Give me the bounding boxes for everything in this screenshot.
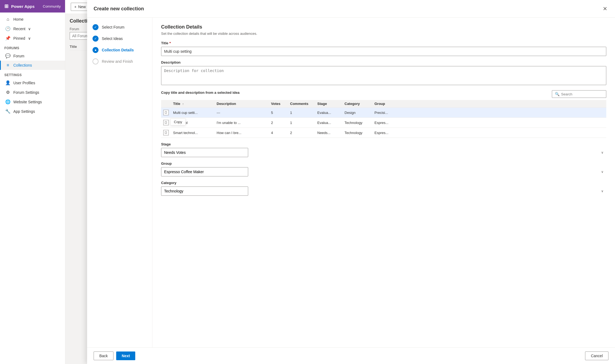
description-label-text: Description [161,60,181,64]
stage-label: Stage [161,142,606,146]
footer-left-buttons: Back Next [94,351,135,360]
community-label: Community [43,4,61,8]
row3-category: Technology [345,131,374,135]
row3-copy-icon[interactable]: 🗋 [163,130,173,135]
step-select-ideas-label: Select Ideas [102,36,123,41]
row1-category: Design [345,111,374,115]
group-dropdown[interactable]: Espresso Coffee Maker Precision Brewer [161,167,248,176]
row3-votes: 4 [271,131,290,135]
step-collection-details: ● Collection Details [93,47,147,53]
settings-section-label: Settings [0,70,65,78]
title-input[interactable] [161,47,606,56]
row3-description: How can I bre... [217,131,271,135]
step-select-ideas: ✓ Select Ideas [93,36,147,42]
header-col-group: Group [374,102,402,106]
table-row: 🗋 Smart technol... How can I bre... 4 2 … [161,128,606,138]
sidebar-item-app-settings[interactable]: 🔧 App Settings [0,107,65,116]
sidebar-item-pinned[interactable]: 📌 Pinned ∨ [0,33,65,43]
header-col-comments: Comments [290,102,317,106]
app-settings-icon: 🔧 [5,109,11,114]
wizard-steps: ✓ Select Forum ✓ Select Ideas ● Collecti… [87,18,152,347]
group-group: Group Espresso Coffee Maker Precision Br… [161,161,606,176]
step-select-forum-circle: ✓ [93,24,99,30]
step-select-forum: ✓ Select Forum [93,24,147,30]
row2-stage: Evalua... [317,121,345,125]
sidebar-nav: ⌂ Home 🕐 Recent ∨ 📌 Pinned ∨ Forums 💬 Fo… [0,13,65,364]
dialog-body: ✓ Select Forum ✓ Select Ideas ● Collecti… [87,18,615,347]
sidebar-item-collections[interactable]: ≡ Collections [0,61,65,70]
row1-comments: 1 [290,111,317,115]
description-field-label: Description [161,60,606,64]
sidebar-item-recent[interactable]: 🕐 Recent ∨ [0,24,65,33]
search-box[interactable]: 🔍 [552,90,606,98]
new-button[interactable]: + New [71,3,89,11]
row1-stage: Evalua... [317,111,345,115]
row3-group: Espres... [374,131,402,135]
forum-icon: 💬 [5,53,11,58]
group-dropdown-arrow-icon: ∨ [601,170,604,174]
sidebar-item-home-label: Home [13,17,23,21]
forum-settings-icon: ⚙ [5,90,11,95]
category-dropdown[interactable]: Technology Design Hardware [161,186,248,196]
sidebar-item-forum[interactable]: 💬 Forum [0,51,65,61]
category-dropdown-arrow-icon: ∨ [601,189,604,193]
table-header-row: Title ↑ Description Votes Comments Stage… [161,100,606,108]
description-textarea[interactable] [161,66,606,85]
group-dropdown-wrapper: Espresso Coffee Maker Precision Brewer ∨ [161,167,606,176]
header-col-votes: Votes [271,102,290,106]
sidebar-item-app-settings-label: App Settings [13,109,35,114]
back-button[interactable]: Back [94,351,113,360]
sidebar-item-pinned-label: Pinned [13,36,25,41]
row2-copy-wrapper[interactable]: 🗋 Copy [163,120,173,125]
header-col-category: Category [345,102,374,106]
group-label: Group [161,161,606,166]
copy-section-title: Copy title and description from a select… [161,91,239,95]
sidebar-item-forum-settings[interactable]: ⚙ Forum Settings [0,88,65,97]
stage-dropdown[interactable]: Needs Votes Under Review Evaluating [161,148,248,157]
recent-chevron-icon: ∨ [28,27,31,31]
row1-votes: 5 [271,111,290,115]
new-button-label: New [78,5,86,9]
category-group: Category Technology Design Hardware ∨ [161,181,606,196]
header-title-text: Title [173,102,180,106]
stage-dropdown-arrow-icon: ∨ [601,151,604,154]
category-dropdown-wrapper: Technology Design Hardware ∨ [161,186,606,196]
title-required-star: * [170,41,171,45]
section-title: Collection Details [161,24,606,30]
dialog-footer: Back Next Cancel [87,347,615,364]
pin-icon: 📌 [5,36,11,41]
section-subtitle: Set the collection details that will be … [161,32,606,36]
header-col-description: Description [217,102,271,106]
search-input[interactable] [561,92,603,96]
user-profiles-icon: 👤 [5,80,11,85]
dialog-close-button[interactable]: ✕ [602,4,608,13]
sidebar-item-home[interactable]: ⌂ Home [0,15,65,24]
stage-group: Stage Needs Votes Under Review Evaluatin… [161,142,606,157]
create-collection-dialog: Create new collection ✕ ✓ Select Forum ✓… [87,0,615,364]
sidebar-item-user-profiles[interactable]: 👤 User Profiles [0,78,65,88]
copy-section-header: Copy title and description from a select… [161,90,606,98]
cancel-button[interactable]: Cancel [585,351,608,360]
dialog-header: Create new collection ✕ [87,0,615,18]
step-collection-details-label: Collection Details [102,48,134,52]
next-button[interactable]: Next [116,351,135,360]
row2-comments: 1 [290,121,317,125]
copy-tooltip-label: Copy [174,120,182,124]
forums-section-label: Forums [0,43,65,51]
row3-title: Smart technol... [173,131,217,135]
sidebar: ⊞ Power Apps Community ⌂ Home 🕐 Recent ∨… [0,0,65,364]
recent-icon: 🕐 [5,26,11,31]
sidebar-item-website-settings[interactable]: 🌐 Website Settings [0,97,65,107]
step-select-ideas-circle: ✓ [93,36,99,42]
row1-description: --- [217,111,271,115]
copy-document-icon-2[interactable]: 🗋 [163,120,169,125]
copy-tooltip[interactable]: Copy [170,119,186,125]
sidebar-item-collections-label: Collections [13,63,32,67]
header-col-title: Title ↑ [173,102,217,106]
row3-stage: Needs... [317,131,345,135]
title-column-header: Title [70,45,77,49]
app-name: Power Apps [11,4,35,9]
row1-copy-icon[interactable]: 🗋 [163,110,173,115]
copy-document-icon[interactable]: 🗋 [163,110,169,115]
copy-document-icon-3[interactable]: 🗋 [163,130,169,135]
